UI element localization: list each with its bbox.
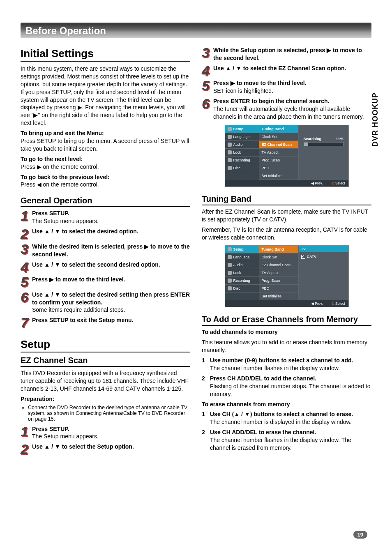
osd-recording: Recording — [225, 277, 259, 285]
osd-prev: Prev. — [311, 181, 323, 185]
general-operation-title: General Operation — [21, 196, 190, 207]
step-number-icon: 1 — [21, 210, 32, 225]
step-3: 3While the desired item is selected, pre… — [21, 243, 190, 258]
setup-step-2: 2Use ▲ / ▼ to select the Setup option. — [21, 443, 190, 456]
step-number-icon: 3 — [21, 243, 32, 258]
disc-icon — [228, 286, 232, 290]
list-item: 2Use CH ADD/DEL to erase the channel.The… — [202, 428, 371, 452]
prev-level-heading: To go back to the previous level: — [21, 174, 110, 180]
language-icon — [228, 135, 232, 139]
osd-set-initialize: Set Initialize — [259, 172, 298, 180]
osd-tuning-band: Setup Language Audio Lock Recording Disc… — [225, 245, 349, 307]
osd-search-status: Searching11% — [304, 137, 344, 146]
step-body: Some items require additional steps. — [32, 306, 125, 313]
step-4: 4Use ▲ / ▼ to select the second desired … — [21, 261, 190, 274]
setup-step-1: 1Press SETUP.The Setup menu appears. — [21, 425, 190, 441]
step-lead: Press ▶ to move to the third level. — [213, 80, 307, 86]
lock-icon — [228, 271, 232, 275]
cont-step-6: 6Press ENTER to begin the channel search… — [202, 97, 371, 121]
tuning-band-title: Tuning Band — [202, 194, 371, 205]
osd-ez-scan: Setup Language Audio Lock Recording Disc… — [225, 125, 349, 187]
osd-select: Select — [331, 302, 345, 306]
tv-icon — [228, 247, 232, 251]
tv-icon — [228, 127, 232, 131]
check-icon — [301, 255, 305, 259]
lock-icon — [228, 150, 232, 154]
step-2: 2Use ▲ / ▼ to select the desired option. — [21, 228, 190, 240]
osd-tv-aspect: TV Aspect — [259, 149, 298, 157]
step-number-icon: 4 — [202, 64, 213, 77]
osd-tv-header: TV — [299, 246, 348, 252]
step-lead: Press ENTER to begin the channel search. — [213, 98, 329, 104]
add-erase-title: To Add or Erase Channels from Memory — [202, 315, 371, 326]
next-level-heading: To go to the next level: — [21, 156, 83, 162]
progress-bar — [304, 142, 344, 146]
preparation-item: Connect the DVD Recorder to the desired … — [28, 405, 190, 422]
osd-pbc: PBC — [259, 285, 298, 292]
step-body: SET icon is highlighted. — [213, 88, 273, 94]
osd-select: Select — [331, 181, 345, 185]
setup-title: Setup — [21, 338, 190, 352]
page-number: 19 — [353, 531, 367, 539]
step-7: 7Press SETUP to exit the Setup menu. — [21, 316, 190, 329]
preparation-list: Connect the DVD Recorder to the desired … — [28, 405, 190, 422]
step-number-icon: 2 — [21, 443, 32, 456]
tuning-body-1: After the EZ Channel Scan is complete, m… — [202, 208, 371, 223]
left-column: Initial Settings In this menu system, th… — [21, 44, 190, 458]
osd-set-initialize: Set Initialize — [259, 292, 298, 300]
tuning-body-2: Remember, TV is for the air antenna rece… — [202, 226, 371, 242]
osd-ez-channel-scan: EZ Channel Scan — [259, 261, 298, 269]
bring-up-body: Press SETUP to bring up the menu. A seco… — [21, 138, 189, 152]
cont-step-4: 4Use ▲ / ▼ to select the EZ Channel Scan… — [202, 64, 371, 77]
recording-icon — [228, 158, 232, 162]
step-number-icon: 1 — [21, 425, 32, 441]
osd-audio: Audio — [225, 261, 259, 269]
osd-lock: Lock — [225, 269, 259, 277]
step-body: The tuner will automatically cycle throu… — [213, 106, 364, 120]
recording-icon — [228, 279, 232, 283]
erase-heading: To erase channels from memory — [202, 401, 371, 408]
osd-clock-set: Clock Set — [259, 133, 298, 141]
step-lead: Use ▲ / ▼ to select the desired option. — [32, 228, 138, 235]
step-lead: Press SETUP. — [32, 426, 69, 432]
osd-language: Language — [225, 133, 259, 141]
audio-icon — [228, 143, 232, 147]
step-lead: Press ▶ to move to the third level. — [32, 276, 125, 283]
step-lead: While the Setup option is selected, pres… — [213, 47, 362, 61]
next-level-body: Press ▶ on the remote control. — [21, 164, 99, 170]
step-lead: While the desired item is selected, pres… — [32, 243, 190, 258]
step-number-icon: 6 — [202, 97, 213, 121]
language-icon — [228, 255, 232, 259]
osd-footer: Prev. Select — [225, 300, 348, 307]
osd-clock-set: Clock Set — [259, 253, 298, 261]
step-lead: Use ▲ / ▼ to select the EZ Channel Scan … — [213, 65, 346, 71]
step-body: The Setup menu appears. — [32, 218, 99, 224]
step-number-icon: 4 — [21, 261, 32, 274]
step-lead: Use ▲ / ▼ to select the Setup option. — [32, 443, 134, 450]
osd-disc: Disc — [225, 164, 259, 172]
osd-recording: Recording — [225, 157, 259, 164]
osd-pbc: PBC — [259, 164, 298, 172]
osd-lock: Lock — [225, 149, 259, 157]
step-number-icon: 7 — [21, 316, 32, 329]
audio-icon — [228, 263, 232, 267]
osd-language: Language — [225, 253, 259, 261]
right-column: 3While the Setup option is selected, pre… — [202, 44, 371, 458]
osd-tuning-band: Tuning Band — [259, 125, 298, 133]
step-lead: Use ▲ / ▼ to select the second desired o… — [32, 261, 160, 268]
side-tab: DVR HOOKUP — [371, 92, 380, 147]
osd-setup: Setup — [225, 246, 259, 253]
intro-paragraph: In this menu system, there are several w… — [21, 65, 190, 127]
osd-audio: Audio — [225, 141, 259, 149]
osd-tuning-band: Tuning Band — [259, 246, 298, 253]
disc-icon — [228, 166, 232, 170]
osd-footer: Prev. Select — [225, 180, 348, 187]
initial-settings-title: Initial Settings — [21, 47, 190, 62]
step-1: 1Press SETUP.The Setup menu appears. — [21, 210, 190, 225]
step-6: 6Use ▲ / ▼ to select the desired setting… — [21, 291, 190, 314]
step-number-icon: 6 — [21, 291, 32, 314]
step-number-icon: 3 — [202, 46, 213, 62]
ez-channel-scan-title: EZ Channel Scan — [21, 356, 190, 367]
step-number-icon: 2 — [21, 228, 32, 240]
osd-catv-row: CATV — [299, 252, 348, 261]
